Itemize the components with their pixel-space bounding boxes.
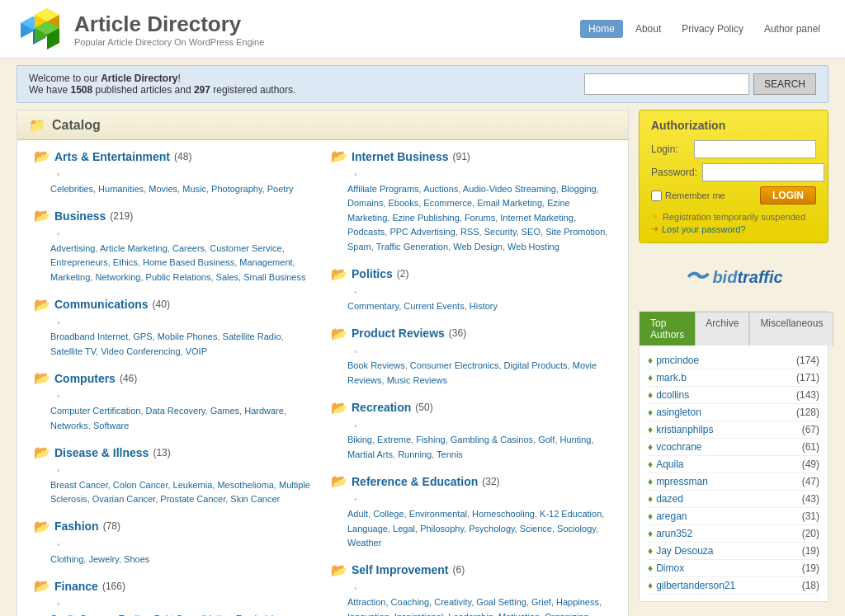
- subcategory-link[interactable]: Web Hosting: [507, 242, 559, 252]
- lost-password-link[interactable]: Lost your password?: [662, 224, 746, 234]
- nav-author[interactable]: Author panel: [756, 20, 828, 38]
- subcategory-link[interactable]: Networks: [50, 421, 88, 430]
- subcategory-link[interactable]: Tennis: [437, 449, 463, 459]
- subcategory-link[interactable]: Affiliate Programs: [347, 184, 419, 194]
- subcategory-link[interactable]: GPS: [133, 332, 152, 341]
- category-link[interactable]: Product Reviews: [352, 327, 445, 340]
- subcategory-link[interactable]: Management: [239, 257, 292, 267]
- subcategory-link[interactable]: SEO: [522, 227, 541, 237]
- subcategory-link[interactable]: Gambling & Casinos: [451, 435, 533, 444]
- subcategory-link[interactable]: Happiness: [556, 597, 599, 607]
- subcategory-link[interactable]: Internet Marketing: [500, 213, 574, 223]
- subcategory-link[interactable]: Science: [520, 524, 552, 534]
- author-link[interactable]: vcochrane: [656, 441, 701, 453]
- subcategory-link[interactable]: Article Marketing: [100, 243, 168, 253]
- nav-about[interactable]: About: [627, 20, 669, 38]
- author-link[interactable]: Jay Desouza: [656, 545, 713, 557]
- subcategory-link[interactable]: Clothing: [50, 554, 83, 564]
- category-link[interactable]: Politics: [352, 267, 393, 280]
- subcategory-link[interactable]: Language: [347, 524, 388, 534]
- category-link[interactable]: Arts & Entertainment: [54, 150, 170, 163]
- subcategory-link[interactable]: Shoes: [124, 554, 149, 564]
- subcategory-link[interactable]: Broadband Internet: [50, 332, 128, 341]
- search-input[interactable]: [584, 73, 749, 95]
- subcategory-link[interactable]: Book Reviews: [347, 360, 405, 370]
- subcategory-link[interactable]: Web Design: [453, 242, 503, 252]
- subcategory-link[interactable]: Satellite Radio: [223, 332, 281, 341]
- author-link[interactable]: asingleton: [656, 407, 701, 418]
- subcategory-link[interactable]: Organizing: [545, 612, 588, 616]
- subcategory-link[interactable]: Biking: [347, 435, 372, 444]
- subcategory-link[interactable]: Advertising: [50, 243, 95, 253]
- author-link[interactable]: aregan: [656, 510, 687, 522]
- subcategory-link[interactable]: Running: [398, 449, 432, 459]
- category-link[interactable]: Internet Business: [352, 150, 448, 163]
- subcategory-link[interactable]: Motivation: [498, 612, 540, 616]
- subcategory-link[interactable]: Security: [484, 227, 517, 237]
- subcategory-link[interactable]: Philosophy: [420, 524, 464, 534]
- tab-archive[interactable]: Archive: [695, 312, 749, 346]
- subcategory-link[interactable]: Grief: [531, 597, 551, 607]
- subcategory-link[interactable]: Breast Cancer: [50, 480, 108, 490]
- author-link[interactable]: pmcindoe: [656, 355, 699, 366]
- subcategory-link[interactable]: Golf: [538, 435, 555, 444]
- subcategory-link[interactable]: Hunting: [560, 435, 592, 444]
- subcategory-link[interactable]: Email Marketing: [477, 198, 542, 208]
- login-button[interactable]: LOGIN: [760, 186, 816, 205]
- subcategory-link[interactable]: Skin Cancer: [230, 494, 280, 504]
- subcategory-link[interactable]: Psychology: [469, 524, 514, 534]
- subcategory-link[interactable]: Entrepreneurs: [50, 257, 108, 267]
- subcategory-link[interactable]: History: [470, 301, 498, 311]
- author-link[interactable]: Dimox: [656, 562, 684, 574]
- author-link[interactable]: dcollins: [656, 389, 689, 401]
- subcategory-link[interactable]: Data Recovery: [146, 406, 205, 416]
- subcategory-link[interactable]: Environmental: [409, 509, 467, 519]
- subcategory-link[interactable]: Leukemia: [173, 480, 213, 490]
- subcategory-link[interactable]: Traffic Generation: [376, 242, 448, 252]
- subcategory-link[interactable]: Site Promotion: [545, 227, 605, 237]
- subcategory-link[interactable]: College: [373, 509, 404, 519]
- subcategory-link[interactable]: Prostate Cancer: [160, 494, 225, 504]
- subcategory-link[interactable]: Martial Arts: [347, 449, 393, 459]
- subcategory-link[interactable]: Goal Setting: [476, 597, 526, 607]
- subcategory-link[interactable]: Music Reviews: [387, 375, 447, 385]
- subcategory-link[interactable]: Mobile Phones: [158, 332, 218, 341]
- subcategory-link[interactable]: Ecommerce: [423, 198, 472, 208]
- subcategory-link[interactable]: Sales: [216, 272, 239, 282]
- subcategory-link[interactable]: Ovarian Cancer: [92, 494, 155, 504]
- subcategory-link[interactable]: K-12 Education: [540, 509, 602, 519]
- search-button[interactable]: SEARCH: [753, 73, 816, 95]
- subcategory-link[interactable]: Auctions: [423, 184, 458, 194]
- subcategory-link[interactable]: Public Relations: [146, 272, 211, 282]
- nav-privacy[interactable]: Privacy Policy: [673, 20, 752, 38]
- author-link[interactable]: kristianphilps: [656, 424, 713, 435]
- author-link[interactable]: mpressman: [656, 476, 708, 487]
- author-link[interactable]: gilbertanderson21: [656, 580, 735, 591]
- subcategory-link[interactable]: Creativity: [434, 597, 471, 607]
- subcategory-link[interactable]: Humanities: [98, 184, 144, 194]
- subcategory-link[interactable]: Adult: [347, 509, 368, 519]
- subcategory-link[interactable]: Current Events: [404, 301, 464, 311]
- subcategory-link[interactable]: Fishing: [416, 435, 445, 444]
- subcategory-link[interactable]: Small Business: [243, 272, 305, 282]
- subcategory-link[interactable]: Jewelry: [88, 554, 118, 564]
- subcategory-link[interactable]: Celebrities: [50, 184, 93, 194]
- subcategory-link[interactable]: Blogging: [561, 184, 597, 194]
- author-link[interactable]: Aquila: [656, 458, 683, 470]
- subcategory-link[interactable]: Domains: [347, 198, 383, 208]
- tab-miscellaneous[interactable]: Miscellaneous: [749, 312, 833, 346]
- subcategory-link[interactable]: Customer Service: [210, 243, 281, 253]
- subcategory-link[interactable]: Networking: [95, 272, 140, 282]
- tab-top-authors[interactable]: Top Authors: [640, 312, 695, 346]
- subcategory-link[interactable]: Weather: [347, 538, 381, 548]
- subcategory-link[interactable]: Ethics: [113, 257, 138, 267]
- author-link[interactable]: arun352: [656, 528, 692, 539]
- subcategory-link[interactable]: Video Conferencing: [101, 346, 180, 356]
- subcategory-link[interactable]: Careers: [172, 243, 205, 253]
- subcategory-link[interactable]: Poetry: [267, 184, 294, 194]
- subcategory-link[interactable]: Inspirational: [394, 612, 443, 616]
- category-link[interactable]: Reference & Education: [352, 475, 478, 488]
- subcategory-link[interactable]: Movies: [149, 184, 177, 194]
- subcategory-link[interactable]: Music: [182, 184, 206, 194]
- login-input[interactable]: [694, 140, 816, 158]
